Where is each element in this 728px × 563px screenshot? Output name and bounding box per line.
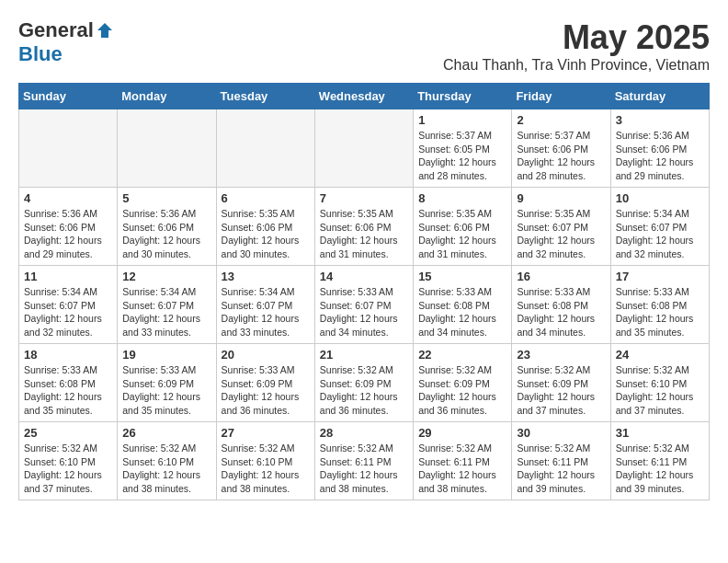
day-number: 1 [418,113,506,127]
day-number: 11 [24,270,112,283]
day-info: Sunrise: 5:33 AM Sunset: 6:08 PM Dayligh… [24,363,112,418]
day-number: 24 [616,348,704,362]
day-number: 8 [418,191,506,205]
day-info: Sunrise: 5:32 AM Sunset: 6:10 PM Dayligh… [222,442,310,496]
day-cell-17: 17Sunrise: 5:33 AM Sunset: 6:08 PM Dayli… [610,266,709,344]
day-number: 30 [517,426,605,440]
day-number: 9 [517,191,605,205]
empty-cell [19,109,118,188]
day-number: 15 [418,270,506,283]
day-info: Sunrise: 5:32 AM Sunset: 6:10 PM Dayligh… [616,363,704,418]
page-header: General Blue May 2025 Chau Thanh, Tra Vi… [18,18,710,74]
day-number: 3 [616,113,704,127]
day-number: 22 [418,348,506,362]
day-cell-7: 7Sunrise: 5:35 AM Sunset: 6:06 PM Daylig… [314,188,413,266]
calendar-table: SundayMondayTuesdayWednesdayThursdayFrid… [18,83,710,500]
day-info: Sunrise: 5:36 AM Sunset: 6:06 PM Dayligh… [24,207,112,261]
day-info: Sunrise: 5:32 AM Sunset: 6:11 PM Dayligh… [320,442,408,496]
day-info: Sunrise: 5:32 AM Sunset: 6:09 PM Dayligh… [418,363,506,418]
day-info: Sunrise: 5:34 AM Sunset: 6:07 PM Dayligh… [122,285,210,339]
day-number: 31 [616,426,704,440]
day-cell-13: 13Sunrise: 5:34 AM Sunset: 6:07 PM Dayli… [216,266,314,344]
day-number: 26 [122,426,210,440]
day-cell-12: 12Sunrise: 5:34 AM Sunset: 6:07 PM Dayli… [118,266,216,344]
header-thursday: Thursday [414,84,512,109]
day-info: Sunrise: 5:32 AM Sunset: 6:11 PM Dayligh… [418,442,506,496]
day-cell-16: 16Sunrise: 5:33 AM Sunset: 6:08 PM Dayli… [512,266,610,344]
day-info: Sunrise: 5:32 AM Sunset: 6:10 PM Dayligh… [24,442,112,496]
logo-blue-text: Blue [18,42,63,66]
day-info: Sunrise: 5:32 AM Sunset: 6:10 PM Dayligh… [122,442,210,496]
day-info: Sunrise: 5:33 AM Sunset: 6:08 PM Dayligh… [616,285,704,339]
header-wednesday: Wednesday [314,84,413,109]
day-cell-14: 14Sunrise: 5:33 AM Sunset: 6:07 PM Dayli… [314,266,413,344]
empty-cell [314,109,413,188]
day-number: 23 [517,348,605,362]
day-number: 27 [222,426,310,440]
empty-cell [118,109,216,188]
day-number: 14 [320,270,408,283]
week-row-3: 11Sunrise: 5:34 AM Sunset: 6:07 PM Dayli… [19,266,710,344]
week-row-4: 18Sunrise: 5:33 AM Sunset: 6:08 PM Dayli… [19,344,710,422]
header-tuesday: Tuesday [216,84,314,109]
day-number: 7 [320,191,408,205]
day-number: 28 [320,426,408,440]
day-cell-23: 23Sunrise: 5:32 AM Sunset: 6:09 PM Dayli… [512,344,610,422]
day-info: Sunrise: 5:34 AM Sunset: 6:07 PM Dayligh… [24,285,112,339]
day-info: Sunrise: 5:32 AM Sunset: 6:11 PM Dayligh… [616,442,704,496]
day-cell-27: 27Sunrise: 5:32 AM Sunset: 6:10 PM Dayli… [216,422,314,500]
day-cell-9: 9Sunrise: 5:35 AM Sunset: 6:07 PM Daylig… [512,188,610,266]
day-number: 16 [517,270,605,283]
day-number: 21 [320,348,408,362]
day-cell-10: 10Sunrise: 5:34 AM Sunset: 6:07 PM Dayli… [610,188,709,266]
day-cell-3: 3Sunrise: 5:36 AM Sunset: 6:06 PM Daylig… [610,109,709,188]
day-cell-21: 21Sunrise: 5:32 AM Sunset: 6:09 PM Dayli… [314,344,413,422]
day-info: Sunrise: 5:32 AM Sunset: 6:09 PM Dayligh… [320,363,408,418]
day-cell-15: 15Sunrise: 5:33 AM Sunset: 6:08 PM Dayli… [414,266,512,344]
header-sunday: Sunday [19,84,118,109]
day-number: 4 [24,191,112,205]
day-number: 17 [616,270,704,283]
header-saturday: Saturday [610,84,709,109]
logo: General Blue [18,18,114,66]
day-info: Sunrise: 5:34 AM Sunset: 6:07 PM Dayligh… [616,207,704,261]
day-cell-24: 24Sunrise: 5:32 AM Sunset: 6:10 PM Dayli… [610,344,709,422]
day-info: Sunrise: 5:32 AM Sunset: 6:11 PM Dayligh… [517,442,605,496]
day-number: 18 [24,348,112,362]
location-title: Chau Thanh, Tra Vinh Province, Vietnam [443,57,710,74]
day-info: Sunrise: 5:34 AM Sunset: 6:07 PM Dayligh… [222,285,310,339]
day-cell-5: 5Sunrise: 5:36 AM Sunset: 6:06 PM Daylig… [118,188,216,266]
day-info: Sunrise: 5:33 AM Sunset: 6:09 PM Dayligh… [222,363,310,418]
week-row-2: 4Sunrise: 5:36 AM Sunset: 6:06 PM Daylig… [19,188,710,266]
day-cell-26: 26Sunrise: 5:32 AM Sunset: 6:10 PM Dayli… [118,422,216,500]
week-row-1: 1Sunrise: 5:37 AM Sunset: 6:05 PM Daylig… [19,109,710,188]
empty-cell [216,109,314,188]
day-cell-28: 28Sunrise: 5:32 AM Sunset: 6:11 PM Dayli… [314,422,413,500]
day-info: Sunrise: 5:35 AM Sunset: 6:07 PM Dayligh… [517,207,605,261]
day-cell-25: 25Sunrise: 5:32 AM Sunset: 6:10 PM Dayli… [19,422,118,500]
day-cell-6: 6Sunrise: 5:35 AM Sunset: 6:06 PM Daylig… [216,188,314,266]
day-number: 20 [222,348,310,362]
day-info: Sunrise: 5:36 AM Sunset: 6:06 PM Dayligh… [122,207,210,261]
day-number: 5 [122,191,210,205]
day-cell-31: 31Sunrise: 5:32 AM Sunset: 6:11 PM Dayli… [610,422,709,500]
day-number: 10 [616,191,704,205]
day-cell-20: 20Sunrise: 5:33 AM Sunset: 6:09 PM Dayli… [216,344,314,422]
day-number: 2 [517,113,605,127]
day-cell-22: 22Sunrise: 5:32 AM Sunset: 6:09 PM Dayli… [414,344,512,422]
logo-icon [96,21,114,40]
day-info: Sunrise: 5:33 AM Sunset: 6:09 PM Dayligh… [122,363,210,418]
week-row-5: 25Sunrise: 5:32 AM Sunset: 6:10 PM Dayli… [19,422,710,500]
day-cell-30: 30Sunrise: 5:32 AM Sunset: 6:11 PM Dayli… [512,422,610,500]
day-number: 13 [222,270,310,283]
day-number: 6 [222,191,310,205]
day-info: Sunrise: 5:32 AM Sunset: 6:09 PM Dayligh… [517,363,605,418]
day-info: Sunrise: 5:35 AM Sunset: 6:06 PM Dayligh… [222,207,310,261]
day-cell-29: 29Sunrise: 5:32 AM Sunset: 6:11 PM Dayli… [414,422,512,500]
day-info: Sunrise: 5:37 AM Sunset: 6:06 PM Dayligh… [517,129,605,183]
day-info: Sunrise: 5:35 AM Sunset: 6:06 PM Dayligh… [418,207,506,261]
day-info: Sunrise: 5:36 AM Sunset: 6:06 PM Dayligh… [616,129,704,183]
svg-marker-0 [97,23,112,38]
day-number: 12 [122,270,210,283]
day-number: 25 [24,426,112,440]
